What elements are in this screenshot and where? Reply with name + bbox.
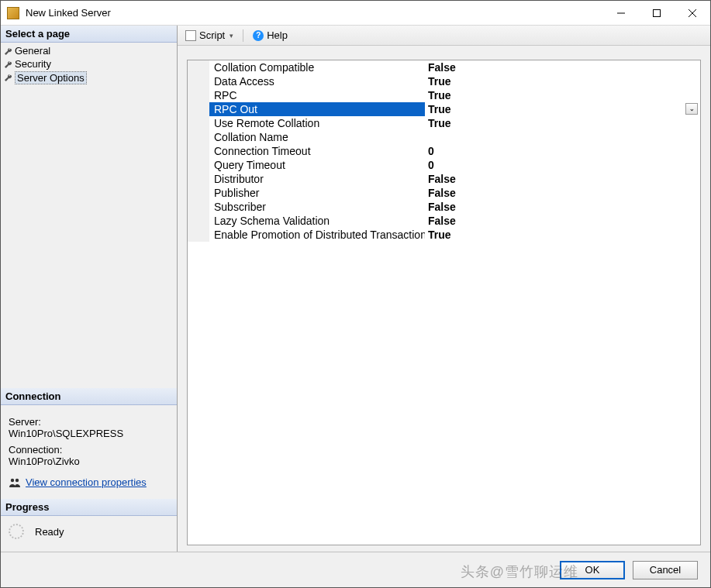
property-value[interactable]: True bbox=[425, 74, 700, 88]
page-nav-label: General bbox=[15, 45, 50, 57]
property-row[interactable]: RPCTrue bbox=[188, 88, 700, 102]
maximize-button[interactable] bbox=[639, 1, 675, 25]
row-indent bbox=[188, 60, 209, 74]
property-name: Publisher bbox=[209, 186, 425, 200]
property-value[interactable]: False bbox=[425, 186, 700, 200]
connection-label: Connection: bbox=[9, 444, 169, 456]
app-icon bbox=[7, 7, 19, 19]
people-icon bbox=[9, 477, 21, 488]
property-row[interactable]: SubscriberFalse bbox=[188, 200, 700, 214]
wrench-icon bbox=[4, 60, 12, 68]
window-titlebar: New Linked Server bbox=[1, 1, 710, 26]
property-value[interactable]: False bbox=[425, 60, 700, 74]
progress-section: Ready bbox=[1, 516, 177, 552]
page-nav-security[interactable]: Security bbox=[1, 57, 177, 70]
cancel-button[interactable]: Cancel bbox=[633, 561, 698, 579]
property-value[interactable]: True bbox=[425, 116, 700, 130]
script-icon bbox=[185, 30, 196, 41]
svg-point-4 bbox=[11, 478, 14, 481]
svg-rect-1 bbox=[654, 9, 661, 16]
wrench-icon bbox=[4, 73, 12, 81]
svg-point-5 bbox=[16, 478, 19, 481]
page-list: GeneralSecurityServer Options bbox=[1, 43, 177, 388]
property-row[interactable]: Connection Timeout0 bbox=[188, 144, 700, 158]
property-row[interactable]: DistributorFalse bbox=[188, 172, 700, 186]
dialog-button-bar: 头条@雪竹聊运维 OK Cancel bbox=[1, 552, 710, 587]
property-name: Data Access bbox=[209, 74, 425, 88]
row-indent bbox=[188, 200, 209, 214]
property-row[interactable]: Enable Promotion of Distributed Transact… bbox=[188, 228, 700, 242]
dropdown-icon[interactable]: ⌄ bbox=[685, 103, 698, 115]
script-label: Script bbox=[199, 29, 225, 41]
row-indent bbox=[188, 214, 209, 228]
window-title: New Linked Server bbox=[26, 7, 603, 19]
server-label: Server: bbox=[9, 416, 169, 428]
toolbar: Script ? Help bbox=[178, 26, 710, 46]
property-value[interactable]: 0 bbox=[425, 144, 700, 158]
row-indent bbox=[188, 102, 209, 116]
row-indent bbox=[188, 130, 209, 144]
property-value[interactable]: True bbox=[425, 228, 700, 242]
page-nav-label: Server Options bbox=[15, 71, 87, 84]
property-value[interactable]: 0 bbox=[425, 158, 700, 172]
property-row[interactable]: Query Timeout0 bbox=[188, 158, 700, 172]
progress-header: Progress bbox=[1, 499, 177, 516]
property-row[interactable]: PublisherFalse bbox=[188, 186, 700, 200]
row-indent bbox=[188, 228, 209, 242]
page-nav-label: Security bbox=[15, 58, 51, 70]
property-value[interactable]: True⌄ bbox=[425, 102, 700, 116]
minimize-button[interactable] bbox=[603, 1, 639, 25]
property-row[interactable]: Collation CompatibleFalse bbox=[188, 60, 700, 74]
connection-header: Connection bbox=[1, 388, 177, 405]
property-name: Enable Promotion of Distributed Transact… bbox=[209, 228, 425, 242]
close-button[interactable] bbox=[675, 1, 710, 25]
connection-info: Server: Win10Pro\SQLEXPRESS Connection: … bbox=[1, 405, 177, 499]
main-panel: Script ? Help Collation CompatibleFalseD… bbox=[178, 26, 710, 552]
row-indent bbox=[188, 88, 209, 102]
progress-spinner-icon bbox=[9, 524, 24, 539]
property-name: Collation Compatible bbox=[209, 60, 425, 74]
row-indent bbox=[188, 158, 209, 172]
property-name: Use Remote Collation bbox=[209, 116, 425, 130]
wrench-icon bbox=[4, 46, 12, 55]
row-indent bbox=[188, 186, 209, 200]
server-value: Win10Pro\SQLEXPRESS bbox=[9, 428, 169, 439]
help-button[interactable]: ? Help bbox=[250, 28, 291, 43]
page-nav-server-options[interactable]: Server Options bbox=[1, 70, 177, 85]
property-row[interactable]: Collation Name bbox=[188, 130, 700, 144]
property-row[interactable]: Data AccessTrue bbox=[188, 74, 700, 88]
property-name: Subscriber bbox=[209, 200, 425, 214]
property-value[interactable]: True bbox=[425, 88, 700, 102]
property-name: Query Timeout bbox=[209, 158, 425, 172]
window-controls bbox=[603, 1, 710, 25]
sidebar: Select a page GeneralSecurityServer Opti… bbox=[1, 26, 178, 552]
property-row[interactable]: RPC OutTrue⌄ bbox=[188, 102, 700, 116]
row-indent bbox=[188, 116, 209, 130]
property-name: Distributor bbox=[209, 172, 425, 186]
property-value[interactable]: False bbox=[425, 200, 700, 214]
script-dropdown[interactable]: Script bbox=[182, 28, 236, 43]
ok-button[interactable]: OK bbox=[560, 561, 625, 579]
property-name: RPC bbox=[209, 88, 425, 102]
property-value[interactable]: False bbox=[425, 172, 700, 186]
view-connection-properties-link[interactable]: View connection properties bbox=[26, 476, 147, 488]
help-icon: ? bbox=[253, 30, 264, 41]
select-page-header: Select a page bbox=[1, 26, 177, 43]
property-name: RPC Out bbox=[209, 102, 425, 116]
property-name: Lazy Schema Validation bbox=[209, 214, 425, 228]
toolbar-divider bbox=[243, 29, 243, 42]
property-value[interactable]: False bbox=[425, 214, 700, 228]
connection-value: Win10Pro\Zivko bbox=[9, 456, 169, 467]
progress-status: Ready bbox=[35, 526, 64, 538]
property-value[interactable] bbox=[425, 130, 700, 144]
row-indent bbox=[188, 74, 209, 88]
row-indent bbox=[188, 144, 209, 158]
property-row[interactable]: Lazy Schema ValidationFalse bbox=[188, 214, 700, 228]
help-label: Help bbox=[267, 29, 288, 41]
property-name: Collation Name bbox=[209, 130, 425, 144]
property-row[interactable]: Use Remote CollationTrue bbox=[188, 116, 700, 130]
row-indent bbox=[188, 172, 209, 186]
page-nav-general[interactable]: General bbox=[1, 44, 177, 57]
property-name: Connection Timeout bbox=[209, 144, 425, 158]
property-grid[interactable]: Collation CompatibleFalseData AccessTrue… bbox=[187, 60, 701, 545]
